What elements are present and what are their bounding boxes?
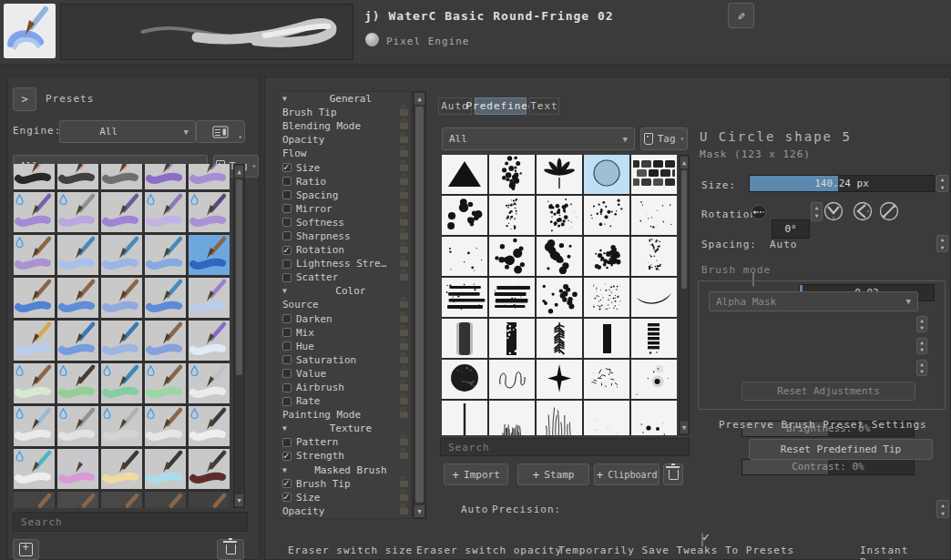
scrollbar-thumb[interactable] [236, 179, 242, 375]
preset-thumbnail[interactable] [57, 492, 98, 508]
option-checkbox[interactable] [282, 218, 291, 227]
preset-thumbnail[interactable] [189, 363, 230, 403]
contrast-spinner[interactable]: ▲▼ [916, 360, 927, 376]
preset-thumbnail[interactable] [145, 492, 186, 508]
brush-tip-star[interactable] [537, 360, 582, 399]
option-checkbox[interactable] [282, 438, 291, 447]
option-row[interactable]: Opacity [279, 504, 411, 518]
preset-thumbnail[interactable] [101, 492, 142, 508]
rename-brush-button[interactable]: ✎ [728, 3, 754, 28]
preset-thumbnail[interactable] [145, 406, 186, 446]
delete-tip-button[interactable] [663, 463, 683, 485]
option-checkbox[interactable] [282, 204, 291, 213]
brush-tip-soft-bar[interactable] [442, 319, 487, 358]
reset-predefined-tip-button[interactable]: Reset Predefined Tip [749, 439, 933, 460]
option-row[interactable]: Value [279, 367, 411, 381]
preset-thumbnail[interactable] [57, 321, 98, 361]
brush-tip-grunge-strokes[interactable] [442, 278, 487, 317]
option-checkbox[interactable] [282, 177, 291, 186]
brush-tip-grass-blades[interactable] [537, 401, 582, 435]
brush-tip-gray-dots[interactable] [631, 360, 677, 399]
preset-thumbnail[interactable] [145, 278, 186, 318]
preset-thumbnail[interactable] [57, 192, 98, 232]
option-checkbox[interactable] [282, 163, 291, 172]
rotation-counter-clockwise-icon[interactable] [853, 201, 873, 221]
preset-thumbnail[interactable] [101, 192, 142, 232]
import-tip-button[interactable]: +Import [444, 463, 508, 485]
tab-predefined[interactable]: Predefined [475, 97, 527, 115]
option-row[interactable]: Rotation [279, 243, 411, 257]
preset-thumbnail[interactable] [145, 192, 186, 232]
options-section-header[interactable]: ▼General [279, 92, 411, 106]
preset-thumbnail[interactable] [14, 164, 55, 189]
preset-thumbnail[interactable] [189, 278, 230, 318]
option-row[interactable]: Brush Tip [279, 106, 411, 119]
preset-grid-scrollbar[interactable]: ▲ ▼ [233, 164, 245, 508]
tab-text[interactable]: Text [529, 97, 559, 115]
preset-thumbnail[interactable] [101, 278, 142, 318]
brush-tip-fern[interactable] [537, 319, 582, 358]
rotation-dial-icon[interactable] [751, 204, 767, 220]
option-row[interactable]: Ratio [279, 175, 411, 188]
preset-thumbnail[interactable] [14, 235, 55, 275]
contrast-slider[interactable]: Contrast: 0% [741, 459, 915, 475]
preset-thumbnail[interactable] [101, 235, 142, 275]
option-row[interactable]: Brush Tip [279, 477, 411, 491]
rotation-follow-stroke-icon[interactable] [823, 201, 844, 221]
brush-tip-bubbles-2[interactable] [537, 237, 582, 276]
option-row[interactable]: Saturation [279, 353, 411, 367]
option-row[interactable]: Spacing [279, 188, 411, 202]
brush-tip-grunge-strokes-2[interactable] [489, 278, 535, 317]
scroll-down-arrow[interactable]: ▼ [414, 505, 424, 517]
preset-thumbnail[interactable] [57, 406, 98, 446]
preset-thumbnail[interactable] [57, 164, 98, 189]
brush-tip-grass-small[interactable] [489, 401, 535, 435]
preset-thumbnail[interactable] [145, 363, 186, 403]
option-checkbox[interactable] [282, 355, 291, 364]
brush-scratchpad-preview[interactable] [60, 4, 353, 60]
scroll-up-arrow[interactable]: ▲ [680, 157, 688, 168]
preset-thumbnail[interactable] [101, 449, 142, 489]
brush-tip-faint[interactable] [584, 401, 629, 435]
option-checkbox[interactable] [282, 328, 291, 337]
preset-thumbnail[interactable] [57, 278, 98, 318]
tip-tag-button[interactable]: Tag ▾ [640, 127, 688, 150]
options-scrollbar[interactable]: ▲ ▼ [413, 91, 426, 519]
option-checkbox[interactable] [282, 246, 291, 255]
size-spinner[interactable]: ▲▼ [936, 175, 948, 192]
brush-tip-maple-leaf[interactable] [537, 155, 582, 194]
option-row[interactable]: Source [279, 298, 411, 311]
brush-tip-scribble[interactable] [489, 360, 535, 399]
option-row[interactable]: Flow [279, 147, 411, 160]
preset-thumbnail[interactable] [189, 406, 230, 446]
brush-tip-bricks[interactable] [631, 155, 677, 194]
tip-tag-filter-dropdown[interactable]: All ▼ [442, 127, 635, 150]
brush-tip-speckle-column[interactable] [489, 196, 535, 235]
option-checkbox[interactable] [282, 190, 291, 199]
preset-thumbnail[interactable] [57, 449, 98, 489]
precision-spinner[interactable]: ▲▼ [936, 500, 949, 518]
collapse-triangle-icon[interactable]: ▼ [282, 424, 287, 433]
option-row[interactable]: Blending Mode [279, 119, 411, 133]
brush-tip-two-dots[interactable] [631, 401, 677, 435]
option-checkbox[interactable] [282, 341, 291, 351]
option-row[interactable]: Size [279, 491, 411, 504]
option-checkbox[interactable] [282, 260, 291, 269]
brush-tip-striped-bar[interactable] [631, 319, 677, 358]
option-checkbox[interactable] [282, 314, 291, 323]
preset-thumbnail[interactable] [101, 363, 142, 403]
rotation-angle-icon[interactable] [879, 201, 899, 221]
option-row[interactable]: Softness [279, 216, 411, 229]
spacing-spinner[interactable]: ▲▼ [936, 235, 948, 252]
preset-thumbnail[interactable] [189, 164, 230, 189]
brush-tip-splatter[interactable] [537, 196, 582, 235]
brush-tip-textured-sphere[interactable] [442, 360, 487, 399]
scroll-up-arrow[interactable]: ▲ [414, 93, 424, 105]
clipboard-tip-button[interactable]: +Clipboard [594, 463, 660, 485]
option-row[interactable]: Airbrush [279, 381, 411, 394]
option-row[interactable]: Rate [279, 394, 411, 408]
rotation-spinbox[interactable]: 0° [772, 219, 810, 239]
brush-tip-solid-bar[interactable] [584, 319, 629, 358]
scrollbar-thumb[interactable] [415, 107, 424, 503]
size-slider[interactable]: 140.24 px [749, 175, 935, 192]
